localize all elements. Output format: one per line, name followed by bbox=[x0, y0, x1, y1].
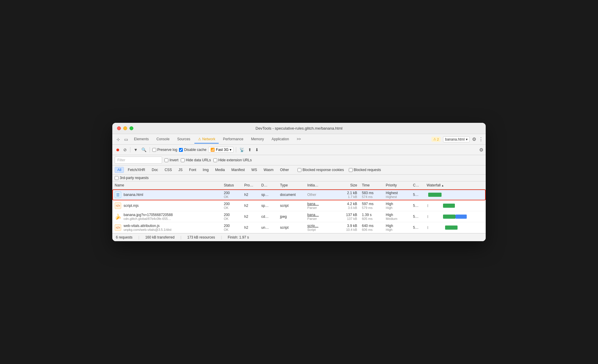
traffic-lights bbox=[117, 126, 133, 130]
toolbar-separator-3 bbox=[236, 147, 236, 152]
type-btn-js[interactable]: JS bbox=[176, 167, 185, 173]
resources-size: 173 kB resources bbox=[187, 235, 215, 239]
close-button[interactable] bbox=[117, 126, 121, 130]
tab-sources[interactable]: Sources bbox=[174, 135, 194, 144]
status-sep-1: | bbox=[138, 235, 139, 239]
col-header-size[interactable]: Size bbox=[332, 181, 359, 189]
import-icon[interactable]: ⬆ bbox=[247, 146, 252, 153]
hide-data-urls-label[interactable]: Hide data URLs bbox=[181, 158, 211, 162]
type-btn-manifest[interactable]: Manifest bbox=[229, 167, 247, 173]
invert-checkbox[interactable] bbox=[164, 158, 168, 162]
file-icon-js-4: </> bbox=[115, 224, 121, 231]
tab-performance[interactable]: Performance bbox=[219, 135, 247, 144]
cell-size-4: 3.9 kB 10.4 kB bbox=[332, 222, 359, 233]
col-header-initiator[interactable]: Initia… bbox=[305, 181, 332, 189]
invert-label[interactable]: Invert bbox=[164, 158, 178, 162]
col-header-protocol[interactable]: Pro… bbox=[242, 181, 259, 189]
cursor-icon[interactable]: ⊹ bbox=[115, 136, 122, 143]
finish-time: Finish: 1.97 s bbox=[228, 235, 249, 239]
no-throttle-icon[interactable]: 📡 bbox=[239, 146, 245, 153]
third-party-checkbox[interactable] bbox=[115, 176, 119, 180]
tab-more[interactable]: >> bbox=[293, 135, 304, 144]
col-header-priority[interactable]: Priority bbox=[383, 181, 411, 189]
size-sub-4: 10.4 kB bbox=[335, 228, 357, 231]
cell-name-1[interactable]: ☰ banana.html bbox=[112, 189, 221, 200]
col-header-type[interactable]: Type bbox=[278, 181, 305, 189]
initiator-main-2[interactable]: bana… bbox=[307, 202, 330, 206]
tab-application[interactable]: Application bbox=[268, 135, 292, 144]
type-btn-font[interactable]: Font bbox=[186, 167, 199, 173]
tab-memory[interactable]: Memory bbox=[247, 135, 267, 144]
col-header-time[interactable]: Time bbox=[359, 181, 383, 189]
invert-text: Invert bbox=[170, 158, 178, 162]
blocked-response-cookies-checkbox[interactable] bbox=[298, 168, 301, 172]
blocked-requests-checkbox[interactable] bbox=[349, 168, 353, 172]
filename-3: banana.jpg?v=1705668720588 bbox=[124, 213, 173, 217]
table-row[interactable]: </> script.mjs 200 OK h2 bbox=[112, 200, 486, 211]
clear-icon[interactable]: ⊘ bbox=[122, 146, 128, 153]
type-btn-other[interactable]: Other bbox=[277, 167, 292, 173]
throttle-label: Fast 3G bbox=[216, 148, 229, 152]
record-stop-icon[interactable]: ⏺ bbox=[115, 146, 121, 153]
table-row[interactable]: 🍌 banana.jpg?v=1705668720588 cdn.glitch.… bbox=[112, 211, 486, 222]
cell-initiator-3: bana… Parser bbox=[305, 211, 332, 222]
tab-network[interactable]: ⚠ Network bbox=[194, 135, 219, 144]
tab-bar-right: ⚠ 2 banana.html ▾ ⚙ ⋮ bbox=[431, 136, 483, 142]
type-btn-doc[interactable]: Doc bbox=[149, 167, 161, 173]
window-title: DevTools - speculative-rules.glitch.me/b… bbox=[255, 126, 342, 131]
device-icon[interactable]: ▭ bbox=[122, 136, 130, 143]
col-header-domain[interactable]: D… bbox=[259, 181, 278, 189]
network-settings-icon[interactable]: ⚙ bbox=[479, 147, 483, 153]
cell-size-3: 137 kB 137 kB bbox=[332, 211, 359, 222]
page-selector[interactable]: banana.html ▾ bbox=[443, 136, 470, 142]
status-code-3: 200 bbox=[224, 213, 239, 217]
third-party-label[interactable]: 3rd-party requests bbox=[115, 176, 148, 180]
more-options-icon[interactable]: ⋮ bbox=[479, 136, 483, 142]
hide-data-urls-checkbox[interactable] bbox=[181, 158, 185, 162]
tab-elements[interactable]: Elements bbox=[130, 135, 152, 144]
throttle-selector[interactable]: 📶 Fast 3G ▾ bbox=[208, 147, 234, 153]
col-header-cookies[interactable]: C… bbox=[411, 181, 424, 189]
maximize-button[interactable] bbox=[129, 126, 133, 130]
type-btn-wasm[interactable]: Wasm bbox=[261, 167, 276, 173]
export-icon[interactable]: ⬇ bbox=[254, 146, 260, 153]
initiator-main-4[interactable]: scrip… bbox=[307, 224, 330, 228]
hide-extension-urls-checkbox[interactable] bbox=[213, 158, 217, 162]
type-btn-css[interactable]: CSS bbox=[162, 167, 175, 173]
cell-size-1: 2.1 kB 1.7 kB bbox=[332, 189, 359, 200]
hide-extension-urls-label[interactable]: Hide extension URLs bbox=[213, 158, 252, 162]
cell-initiator-2: bana… Parser bbox=[305, 200, 332, 211]
disable-cache-checkbox[interactable] bbox=[179, 148, 183, 152]
type-btn-all[interactable]: All bbox=[115, 167, 124, 173]
status-code-4: 200 bbox=[224, 224, 239, 228]
cell-name-2[interactable]: </> script.mjs bbox=[112, 200, 221, 211]
filter-input[interactable] bbox=[115, 157, 162, 164]
cell-waterfall-4 bbox=[424, 222, 486, 233]
type-btn-img[interactable]: Img bbox=[200, 167, 211, 173]
preserve-log-checkbox[interactable] bbox=[152, 148, 156, 152]
table-row[interactable]: </> web-vitals.attribution.js unpkg.com/… bbox=[112, 222, 486, 233]
type-btn-ws[interactable]: WS bbox=[249, 167, 260, 173]
search-icon[interactable]: 🔍 bbox=[140, 146, 147, 153]
cell-waterfall-3 bbox=[424, 211, 486, 222]
table-row[interactable]: ☰ banana.html 200 OK h2 s bbox=[112, 189, 486, 200]
cell-name-4[interactable]: </> web-vitals.attribution.js unpkg.com/… bbox=[112, 222, 221, 233]
tab-console[interactable]: Console bbox=[153, 135, 173, 144]
time-main-1: 583 ms bbox=[362, 191, 381, 195]
disable-cache-label[interactable]: Disable cache bbox=[179, 148, 206, 152]
minimize-button[interactable] bbox=[123, 126, 127, 130]
warning-badge[interactable]: ⚠ 2 bbox=[431, 137, 441, 142]
initiator-main-3[interactable]: bana… bbox=[307, 213, 330, 217]
col-header-status[interactable]: Status bbox=[221, 181, 242, 189]
preserve-log-label[interactable]: Preserve log bbox=[152, 148, 177, 152]
blocked-requests-label[interactable]: Blocked requests bbox=[349, 168, 381, 172]
settings-gear-icon[interactable]: ⚙ bbox=[472, 136, 476, 142]
type-btn-media[interactable]: Media bbox=[212, 167, 228, 173]
cell-name-3[interactable]: 🍌 banana.jpg?v=1705668720588 cdn.glitch.… bbox=[112, 211, 221, 222]
filter-icon[interactable]: ▼ bbox=[133, 146, 139, 153]
chevron-down-icon: ▾ bbox=[466, 137, 468, 141]
type-btn-fetchxhr[interactable]: Fetch/XHR bbox=[125, 167, 148, 173]
col-header-name[interactable]: Name bbox=[112, 181, 221, 189]
blocked-response-cookies-label[interactable]: Blocked response cookies bbox=[298, 168, 344, 172]
col-header-waterfall[interactable]: Waterfall bbox=[424, 181, 486, 189]
